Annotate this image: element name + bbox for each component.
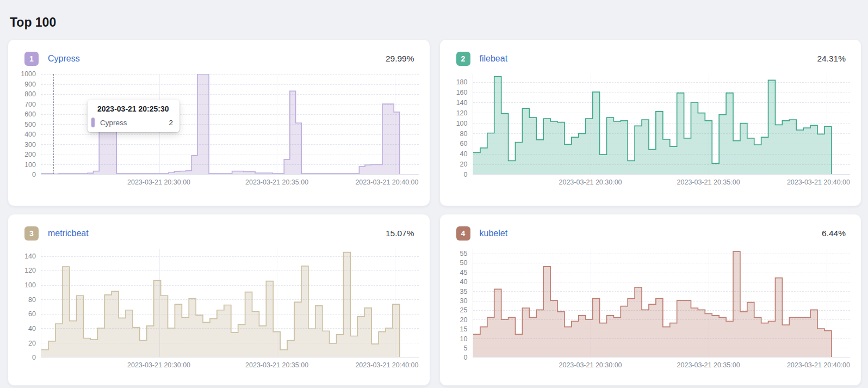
y-tick-label: 140: [24, 252, 36, 260]
plot-area[interactable]: [41, 249, 419, 358]
y-tick-label: 55: [460, 250, 468, 257]
card-header: 1 Cypress 29.99%: [17, 51, 419, 66]
y-tick-label: 40: [28, 325, 36, 332]
x-tick-label: 2023-03-21 20:40:00: [355, 361, 418, 369]
y-tick-label: 400: [24, 131, 36, 138]
y-tick-label: 200: [24, 151, 36, 158]
y-tick-label: 10: [460, 335, 468, 343]
card-header: 2 filebeat 24.31%: [449, 51, 851, 66]
y-axis: 01002003004005006007008009001000: [17, 74, 41, 175]
y-tick-label: 0: [464, 171, 468, 178]
page-title: Top 100: [0, 8, 868, 30]
y-tick-label: 100: [24, 281, 36, 289]
series-kubelet: [473, 249, 851, 357]
y-tick-label: 180: [456, 78, 468, 86]
percentage-value: 29.99%: [386, 54, 414, 64]
y-tick-label: 100: [24, 161, 36, 169]
x-axis: 2023-03-21 20:30:002023-03-21 20:35:0020…: [41, 175, 419, 189]
y-tick-label: 20: [460, 316, 468, 324]
x-tick-label: 2023-03-21 20:40:00: [787, 178, 850, 186]
y-tick-label: 30: [460, 297, 468, 305]
y-tick-label: 120: [456, 109, 468, 117]
y-tick-label: 600: [24, 110, 36, 118]
plot-area[interactable]: 2023-03-21 20:25:30Cypress2: [41, 74, 419, 175]
tooltip-series-row: Cypress2: [91, 118, 173, 127]
percentage-value: 6.44%: [822, 229, 846, 238]
series-link[interactable]: kubelet: [480, 229, 508, 238]
y-tick-label: 300: [24, 141, 36, 149]
y-tick-label: 100: [456, 120, 468, 127]
rank-badge: 2: [456, 52, 470, 66]
x-tick-label: 2023-03-21 20:35:00: [245, 361, 308, 369]
y-tick-label: 500: [24, 121, 36, 128]
tooltip-timestamp: 2023-03-21 20:25:30: [97, 104, 173, 113]
x-axis: 2023-03-21 20:30:002023-03-21 20:35:0020…: [473, 175, 851, 189]
plot-area[interactable]: [473, 249, 851, 358]
y-tick-label: 40: [460, 278, 468, 286]
y-tick-label: 60: [28, 310, 36, 318]
y-tick-label: 60: [460, 140, 468, 147]
y-tick-label: 25: [460, 306, 468, 314]
cards-grid: 1 Cypress 29.99% 01002003004005006007008…: [8, 39, 861, 386]
chart-card-rank3: 3 metricbeat 15.07% 020406080100120140 2…: [8, 214, 430, 386]
y-tick-label: 700: [24, 101, 36, 108]
y-tick-label: 900: [24, 81, 36, 88]
x-tick-label: 2023-03-21 20:40:00: [355, 178, 418, 186]
series-metricbeat: [41, 249, 419, 357]
y-tick-label: 50: [460, 259, 468, 267]
chart-tooltip: 2023-03-21 20:25:30Cypress2: [88, 100, 179, 132]
series-link[interactable]: metricbeat: [48, 229, 89, 238]
y-axis: 020406080100120140160180: [449, 74, 473, 175]
x-tick-label: 2023-03-21 20:30:00: [127, 361, 190, 369]
chart-area-chart: 01002003004005006007008009001000 2023-03…: [17, 74, 419, 175]
series-link[interactable]: filebeat: [480, 54, 508, 64]
x-tick-label: 2023-03-21 20:35:00: [677, 178, 740, 186]
chart-card-rank1: 1 Cypress 29.99% 01002003004005006007008…: [8, 39, 430, 206]
chart-card-rank2: 2 filebeat 24.31% 0204060801001201401601…: [439, 39, 862, 206]
y-tick-label: 0: [32, 171, 36, 178]
y-tick-label: 1000: [21, 70, 36, 78]
y-tick-label: 120: [24, 267, 36, 274]
y-tick-label: 80: [460, 130, 468, 138]
rank-badge: 4: [456, 226, 470, 241]
x-axis: 2023-03-21 20:30:002023-03-21 20:35:0020…: [41, 358, 419, 372]
card-header: 3 metricbeat 15.07%: [17, 225, 419, 241]
card-header: 4 kubelet 6.44%: [449, 225, 851, 241]
y-axis: 020406080100120140: [17, 249, 41, 358]
y-tick-label: 45: [460, 269, 468, 276]
y-tick-label: 140: [456, 99, 468, 107]
plot-area[interactable]: [473, 74, 851, 175]
y-tick-label: 15: [460, 325, 468, 333]
y-tick-label: 80: [28, 296, 36, 304]
chart-area-chart: 020406080100120140160180: [449, 74, 851, 175]
y-tick-label: 0: [32, 354, 36, 361]
x-tick-label: 2023-03-21 20:35:00: [677, 361, 740, 369]
series-link[interactable]: Cypress: [48, 54, 80, 64]
percentage-value: 15.07%: [386, 229, 414, 238]
tooltip-series-value: 2: [151, 119, 173, 127]
crosshair-cursor: [53, 74, 54, 174]
y-tick-label: 20: [460, 161, 468, 168]
y-tick-label: 800: [24, 90, 36, 98]
y-tick-label: 20: [28, 340, 36, 347]
series-filebeat: [473, 74, 851, 174]
y-tick-label: 0: [464, 354, 468, 361]
x-tick-label: 2023-03-21 20:40:00: [787, 361, 850, 369]
x-axis: 2023-03-21 20:30:002023-03-21 20:35:0020…: [473, 358, 851, 372]
chart-area-chart: 020406080100120140: [17, 249, 419, 358]
tooltip-series-name: Cypress: [100, 119, 127, 127]
x-tick-label: 2023-03-21 20:30:00: [559, 178, 622, 186]
y-tick-label: 160: [456, 89, 468, 96]
y-tick-label: 5: [464, 344, 468, 352]
chart-area-chart: 0510152025303540455055: [449, 249, 851, 358]
y-tick-label: 40: [460, 150, 468, 158]
chart-card-rank4: 4 kubelet 6.44% 0510152025303540455055 2…: [439, 214, 862, 386]
x-tick-label: 2023-03-21 20:30:00: [559, 361, 622, 369]
x-tick-label: 2023-03-21 20:30:00: [127, 178, 190, 186]
x-tick-label: 2023-03-21 20:35:00: [245, 178, 308, 186]
rank-badge: 1: [24, 52, 39, 66]
y-axis: 0510152025303540455055: [449, 249, 473, 358]
percentage-value: 24.31%: [817, 54, 846, 64]
rank-badge: 3: [24, 226, 39, 241]
y-tick-label: 35: [460, 288, 468, 295]
